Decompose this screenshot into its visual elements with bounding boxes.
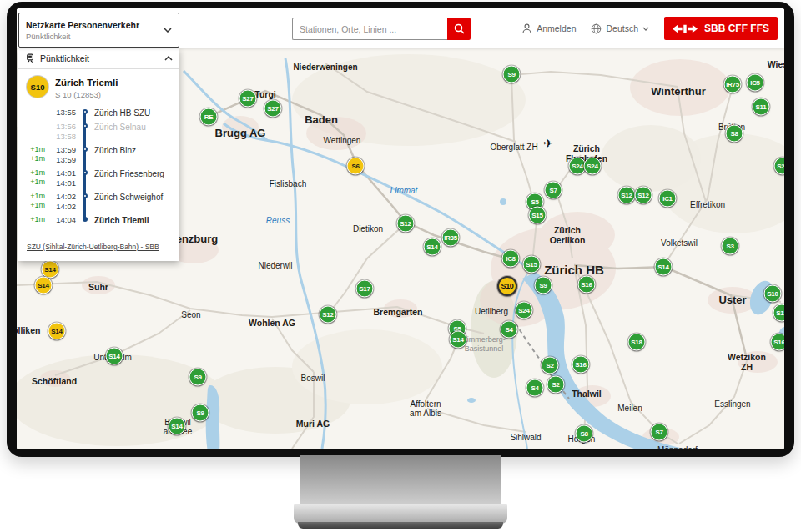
train-line-badge[interactable]: S14: [42, 261, 59, 279]
stop-row[interactable]: +1m +1m 14:01 14:01 Zürich Friesenberg: [25, 168, 174, 188]
train-line-badge[interactable]: S11: [753, 98, 770, 116]
train-line-badge[interactable]: S3: [722, 238, 739, 255]
sbb-logo[interactable]: SBB CFF FFS: [664, 17, 778, 40]
train-line-badge[interactable]: S9: [189, 369, 207, 386]
chevron-up-icon[interactable]: [164, 56, 173, 61]
train-line-badge[interactable]: S7: [545, 182, 562, 199]
stop-name: Zürich HB SZU: [94, 108, 174, 118]
train-line-badge[interactable]: S9: [503, 66, 521, 83]
train-line-badge[interactable]: S2: [547, 376, 565, 394]
globe-icon: [591, 23, 602, 34]
panel-title: Pünktlichkeit: [40, 53, 89, 63]
stop-row[interactable]: 13:56 13:58 Zürich Selnau: [25, 122, 174, 141]
search-input[interactable]: [292, 18, 447, 40]
train-line-badge[interactable]: S26: [774, 158, 785, 175]
train-line-badge[interactable]: S12: [397, 215, 415, 233]
search-button[interactable]: [447, 18, 471, 40]
train-line-badge[interactable]: S8: [726, 125, 743, 143]
screen: ✈ Niederweningen Wies Turgi Baden Brugg …: [17, 8, 784, 449]
train-line-badge[interactable]: S17: [356, 280, 374, 298]
stop-delays: +1m: [25, 215, 45, 225]
train-line-label: S24: [572, 163, 582, 170]
time-arrival: 13:56: [56, 122, 76, 131]
sbb-arrows-icon: [673, 23, 698, 34]
stop-row[interactable]: +1m +1m 13:59 13:59 Zürich Binz: [25, 145, 174, 164]
train-line-badge[interactable]: S24: [584, 158, 602, 175]
train-line-badge[interactable]: S24: [516, 302, 533, 319]
train-line-badge[interactable]: S14: [35, 277, 53, 294]
train-line-badge[interactable]: S8: [576, 425, 593, 443]
train-line-badge[interactable]: IR35: [442, 229, 460, 247]
train-line-badge[interactable]: IC5: [747, 74, 764, 92]
map-label: Wetzikon ZH: [728, 342, 766, 372]
train-line-label: S10: [501, 282, 513, 290]
stop-delays: +1m +1m: [25, 168, 45, 188]
train-line-badge[interactable]: IR75: [724, 76, 742, 93]
map-label: Bremgarten: [374, 297, 423, 317]
train-line-badge[interactable]: S15: [773, 304, 785, 322]
map-label-text: Affoltern am Albis: [410, 399, 441, 418]
map-label-text: Turgi: [254, 89, 275, 99]
train-line-badge[interactable]: S16: [572, 356, 590, 374]
train-line-badge[interactable]: S15: [529, 207, 547, 224]
train-line-label: S12: [322, 311, 333, 319]
train-line-badge[interactable]: IC1: [659, 190, 677, 208]
language-selector[interactable]: Deutsch: [591, 23, 649, 34]
train-line-badge[interactable]: S14: [655, 258, 673, 276]
operator-link[interactable]: SZU (Sihltal-Zürich-Uetliberg-Bahn) - SB…: [27, 243, 159, 251]
train-line-badge[interactable]: S10: [764, 285, 782, 303]
time-arrival: 14:02: [56, 192, 76, 201]
map-label-text: Wettingen: [324, 135, 361, 144]
train-line-badge[interactable]: S14: [169, 418, 186, 435]
train-line-badge[interactable]: S7: [651, 424, 668, 441]
stop-row[interactable]: +1m 14:04 Zürich Triemli: [25, 215, 174, 225]
map-label: Brugg AG: [215, 115, 266, 140]
map-label-text: Seon: [181, 309, 200, 319]
train-line-label: IC8: [506, 255, 516, 263]
train-line-badge[interactable]: S10: [497, 276, 517, 296]
train-line-badge[interactable]: S12: [320, 306, 337, 324]
map-label: Baden: [305, 102, 338, 127]
panel-header[interactable]: Pünktlichkeit: [18, 48, 179, 69]
train-line-badge[interactable]: S9: [192, 404, 209, 422]
map-label: Turgi: [254, 79, 275, 99]
train-line-badge[interactable]: S12: [635, 187, 652, 204]
train-line-badge[interactable]: S12: [618, 187, 636, 204]
train-line-badge[interactable]: S4: [501, 321, 518, 339]
train-line-badge[interactable]: S27: [239, 90, 257, 108]
train-line-badge[interactable]: S14: [424, 238, 441, 256]
train-line-badge[interactable]: S16: [578, 276, 596, 294]
stop-name: Zürich Schweighof: [94, 192, 174, 211]
train-line-label: S27: [242, 95, 253, 103]
login-button[interactable]: Anmelden: [521, 23, 576, 34]
train-line-badge[interactable]: S6: [347, 158, 365, 175]
map-label: Esslingen: [714, 389, 750, 409]
stop-dot-icon: [83, 109, 88, 114]
train-line-label: S16: [575, 361, 586, 369]
map-label-text: Wohlen AG: [249, 318, 295, 328]
train-line-badge[interactable]: S27: [264, 100, 282, 118]
train-line-badge[interactable]: IC8: [502, 250, 520, 268]
train-line-badge[interactable]: S2: [542, 357, 559, 374]
user-icon: [521, 23, 532, 34]
train-line-label: RE: [204, 113, 214, 121]
train-line-badge[interactable]: S18: [628, 334, 646, 351]
monitor-stand-base: [294, 504, 507, 524]
train-line-badge[interactable]: S15: [523, 256, 541, 274]
stop-row[interactable]: 13:55 Zürich HB SZU: [25, 108, 174, 118]
map-label-text: Winterthur: [651, 85, 706, 98]
train-line-badge[interactable]: S9: [535, 277, 552, 294]
train-line-badge[interactable]: S14: [106, 348, 123, 365]
train-line-label: S14: [51, 328, 62, 335]
train-line-badge[interactable]: S14: [48, 323, 66, 340]
login-label: Anmelden: [537, 23, 576, 33]
layer-dropdown[interactable]: Netzkarte Personenverkehr Pünktlichkeit: [18, 13, 179, 48]
train-line-label: S14: [657, 263, 668, 271]
train-line-badge[interactable]: S16: [771, 334, 785, 351]
train-line-badge[interactable]: S14: [450, 331, 467, 349]
map-label-text: Esslingen: [714, 399, 750, 408]
train-line-badge[interactable]: S4: [526, 379, 544, 397]
train-line-label: S11: [756, 103, 767, 111]
stop-row[interactable]: +1m +1m 14:02 14:02 Zürich Schweighof: [25, 192, 174, 211]
train-line-badge[interactable]: RE: [200, 108, 218, 126]
